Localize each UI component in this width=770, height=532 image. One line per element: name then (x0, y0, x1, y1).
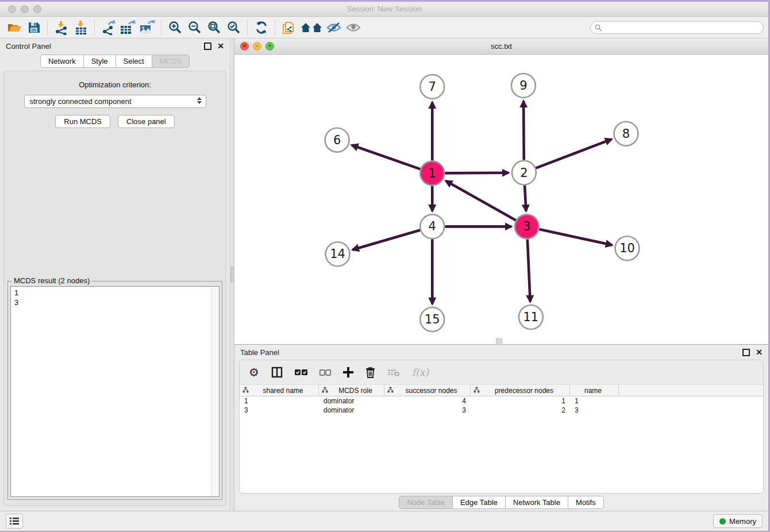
export-table-button[interactable] (118, 19, 138, 36)
table-cell[interactable]: 3 (570, 406, 619, 415)
column-header-successor-nodes[interactable]: successor nodes (384, 385, 471, 396)
column-header-MCDS-role[interactable]: MCDS role (319, 385, 384, 396)
maximize-network-button[interactable]: + (265, 42, 274, 51)
table-cell[interactable]: 4 (384, 396, 471, 406)
edge-2-3[interactable] (525, 185, 526, 211)
graph-node-1[interactable]: 1 (420, 161, 444, 186)
network-from-selection-button[interactable] (279, 19, 299, 36)
close-network-button[interactable]: ✕ (240, 42, 249, 51)
gear-icon[interactable]: ⚙ (249, 367, 259, 378)
deselect-all-icon[interactable] (319, 369, 331, 376)
network-graph[interactable]: 1234678910111415 (234, 55, 768, 344)
graph-node-4[interactable]: 4 (420, 214, 444, 238)
tab-edge-table[interactable]: Edge Table (452, 496, 506, 509)
edge-3-1[interactable] (446, 181, 516, 221)
graph-node-6[interactable]: 6 (325, 128, 349, 152)
mcds-result-line: 3 (14, 298, 215, 307)
float-panel-icon[interactable] (204, 43, 211, 50)
edge-3-11[interactable] (528, 239, 530, 302)
tab-motifs[interactable]: Motifs (568, 496, 604, 509)
column-settings-icon[interactable] (271, 367, 283, 378)
graph-node-9[interactable]: 9 (511, 74, 536, 98)
network-window-titlebar: ✕ − + scc.txt (234, 38, 768, 55)
zoom-in-button[interactable] (165, 19, 185, 36)
graph-node-7[interactable]: 7 (420, 75, 444, 99)
task-history-button[interactable] (6, 514, 23, 529)
zoom-out-button[interactable] (185, 19, 205, 36)
import-table-button[interactable] (71, 19, 91, 36)
edge-1-6[interactable] (352, 145, 420, 169)
graph-node-14[interactable]: 14 (326, 242, 350, 266)
search-input[interactable] (590, 21, 764, 34)
column-header-name[interactable]: name (570, 385, 619, 396)
graph-node-3[interactable]: 3 (515, 214, 539, 238)
close-table-panel-icon[interactable]: ✕ (756, 348, 763, 356)
column-header-predecessor-nodes[interactable]: predecessor nodes (471, 385, 570, 396)
delete-icon[interactable] (365, 367, 375, 378)
edge-1-2[interactable] (445, 173, 509, 174)
run-mcds-button[interactable]: Run MCDS (55, 115, 110, 128)
toolbar-separator (161, 20, 162, 35)
graph-node-10[interactable]: 10 (615, 236, 640, 260)
graph-node-8[interactable]: 8 (614, 122, 638, 146)
tab-node-table[interactable]: Node Table (399, 496, 453, 509)
table-cell[interactable]: 1 (471, 396, 570, 406)
open-session-button[interactable] (5, 19, 24, 36)
close-panel-button[interactable]: Close panel (118, 115, 175, 128)
graph-node-2[interactable]: 2 (512, 161, 536, 185)
network-canvas[interactable]: 1234678910111415 (234, 55, 768, 344)
tab-mcds[interactable]: MCDS (152, 55, 190, 68)
table-cell[interactable]: 3 (240, 406, 319, 415)
zoom-fit-button[interactable] (205, 19, 224, 36)
minimize-network-button[interactable]: − (253, 42, 261, 51)
canvas-resize-grip[interactable] (496, 338, 502, 344)
tab-style[interactable]: Style (83, 55, 116, 68)
table-row[interactable]: 1dominator411 (240, 396, 763, 406)
float-table-panel-icon[interactable] (742, 349, 750, 356)
refresh-icon (254, 20, 269, 35)
table-cell[interactable]: 3 (384, 406, 471, 415)
select-all-icon[interactable] (295, 369, 307, 376)
zoom-in-icon (168, 20, 183, 35)
graph-node-11[interactable]: 11 (519, 305, 543, 329)
table-cell[interactable]: 2 (471, 406, 570, 415)
table-cell[interactable]: dominator (319, 396, 384, 406)
export-network-button[interactable] (99, 19, 118, 36)
table-cell[interactable]: dominator (319, 406, 384, 415)
memory-button[interactable]: Memory (713, 514, 763, 528)
result-scrollbar[interactable] (211, 287, 219, 496)
refresh-button[interactable] (252, 19, 271, 36)
close-panel-icon[interactable]: ✕ (217, 42, 224, 50)
first-neighbors-button[interactable] (299, 19, 324, 36)
tab-network[interactable]: Network (40, 55, 84, 68)
titlebar: Session: New Session (0, 2, 768, 17)
save-session-button[interactable] (24, 19, 44, 36)
edge-4-14[interactable] (352, 230, 420, 249)
panel-splitter[interactable] (230, 38, 234, 511)
edge-2-8[interactable] (536, 139, 611, 168)
import-network-button[interactable] (52, 19, 71, 36)
status-bar: Memory (0, 511, 768, 531)
edge-2-9[interactable] (523, 101, 524, 160)
tab-network-table[interactable]: Network Table (505, 496, 568, 509)
graph-node-15[interactable]: 15 (420, 307, 444, 331)
table-cell[interactable]: 1 (240, 396, 319, 406)
hide-selected-button[interactable] (324, 19, 344, 36)
mcds-result-lines: 13 (11, 287, 219, 309)
splitter-grip[interactable] (230, 267, 234, 283)
table-row[interactable]: 3dominator323 (240, 406, 763, 415)
column-header-shared-name[interactable]: shared name (240, 385, 319, 396)
memory-button-label: Memory (729, 517, 756, 526)
control-panel-header: Control Panel ✕ (0, 38, 230, 53)
edge-3-10[interactable] (539, 229, 612, 245)
zoom-selected-button[interactable] (224, 19, 244, 36)
criterion-dropdown[interactable]: strongly connected component (24, 95, 206, 108)
import-table-icon (74, 20, 88, 35)
show-all-button[interactable] (344, 19, 363, 36)
delete-table-icon[interactable] (387, 368, 400, 377)
function-builder-icon[interactable]: f(x) (412, 367, 429, 378)
tab-select[interactable]: Select (116, 55, 152, 68)
export-image-button[interactable] (138, 19, 157, 36)
add-icon[interactable] (343, 367, 353, 377)
table-cell[interactable]: 1 (570, 396, 619, 406)
